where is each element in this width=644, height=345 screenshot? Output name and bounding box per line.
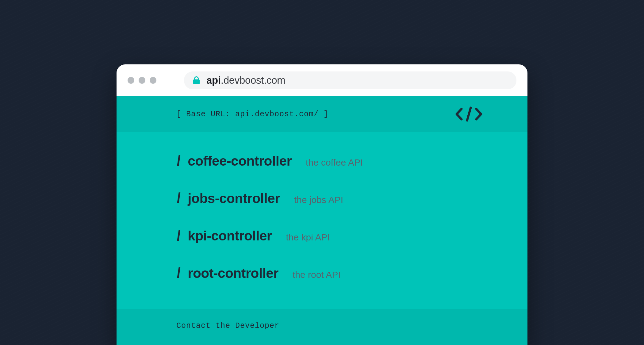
traffic-lights [128,77,156,84]
chevron-icon: \ [175,230,180,241]
url-domain: .devboost.com [221,75,286,86]
api-name: kpi-controller [188,228,272,243]
api-row-jobs[interactable]: \ jobs-controller the jobs API [176,191,527,206]
api-row-coffee[interactable]: \ coffee-controller the coffee API [176,153,527,169]
api-desc: the root API [293,270,341,280]
lock-icon [193,76,200,84]
url-text: api.devboost.com [206,75,286,86]
api-name: coffee-controller [188,153,292,169]
contact-developer-link[interactable]: Contact the Developer [176,321,279,330]
traffic-light-close[interactable] [128,77,134,84]
base-url-label: [ Base URL: api.devboost.com/ ] [176,110,328,119]
traffic-light-minimize[interactable] [139,77,145,84]
api-desc: the jobs API [294,195,343,205]
url-subdomain: api [206,75,221,86]
svg-line-0 [467,108,471,121]
api-name: root-controller [188,266,278,281]
api-list: \ coffee-controller the coffee API \ job… [117,132,527,309]
address-bar[interactable]: api.devboost.com [184,71,516,89]
api-desc: the kpi API [286,232,330,243]
api-name: jobs-controller [188,191,280,206]
api-row-root[interactable]: \ root-controller the root API [176,266,527,281]
code-icon [455,106,483,122]
banner: [ Base URL: api.devboost.com/ ] [117,96,527,132]
browser-chrome: api.devboost.com [117,64,527,96]
api-row-kpi[interactable]: \ kpi-controller the kpi API [176,228,527,243]
chevron-icon: \ [175,193,180,203]
browser-window: api.devboost.com [ Base URL: api.devboos… [117,64,527,345]
chevron-icon: \ [175,155,180,166]
chevron-icon: \ [175,268,180,278]
footer: Contact the Developer [117,309,527,345]
traffic-light-maximize[interactable] [150,77,156,84]
api-desc: the coffee API [306,157,363,168]
